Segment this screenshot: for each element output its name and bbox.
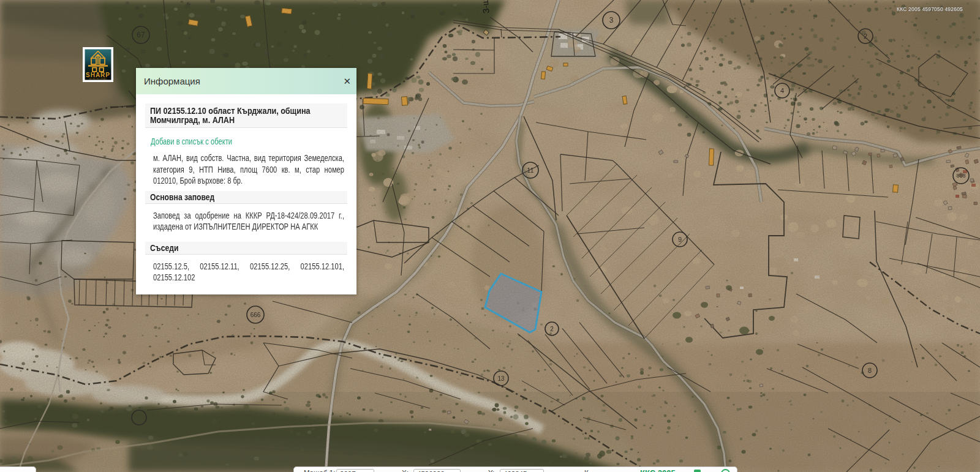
svg-text:MOMCHILGRAD: MOMCHILGRAD [89,78,107,80]
